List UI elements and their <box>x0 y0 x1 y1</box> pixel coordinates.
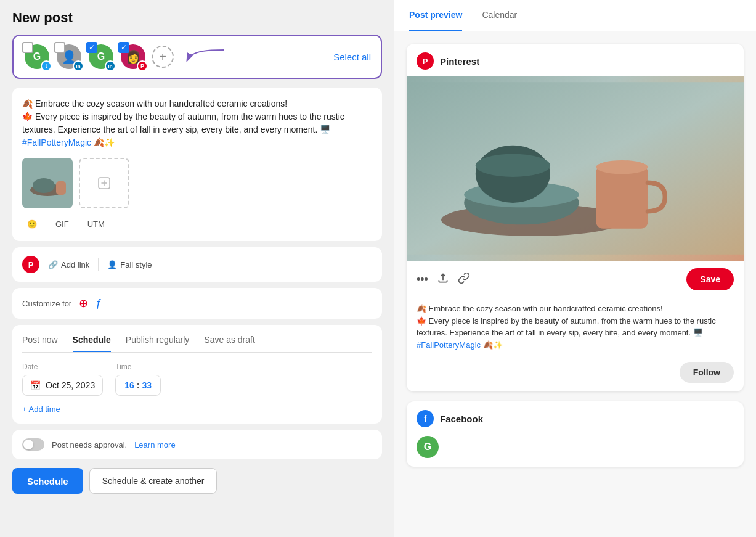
date-label: Date <box>22 363 103 371</box>
pinterest-preview-card: P Pinterest <box>407 44 744 391</box>
pinterest-preview-text: 🍂 Embrace the cozy season with our handc… <box>407 298 744 359</box>
customize-row: Customize for ⊕ ƒ <box>12 288 382 319</box>
checkbox-3[interactable]: ✓ <box>86 42 97 53</box>
add-time-button[interactable]: + Add time <box>22 404 372 414</box>
time-label: Time <box>115 363 161 371</box>
linkedin-badge-2: in <box>73 60 84 72</box>
customize-facebook-icon[interactable]: ƒ <box>96 297 102 310</box>
left-panel: New post G 𝕋 👤 in G ✓ in 👩 ✓ P + <box>0 0 394 537</box>
post-content-area: 🍂 Embrace the cozy season with our handc… <box>12 88 382 241</box>
pinterest-platform-name: Pinterest <box>440 56 479 67</box>
facebook-platform-name: Facebook <box>440 414 483 424</box>
more-options-icon[interactable]: ••• <box>417 273 428 286</box>
date-input[interactable]: 📅 Oct 25, 2023 <box>22 375 103 396</box>
checkbox-1[interactable] <box>22 42 33 53</box>
twitter-badge-1: 𝕋 <box>41 60 52 72</box>
time-input[interactable]: 16 : 33 <box>115 375 161 396</box>
hours-value: 16 <box>124 380 134 390</box>
select-all-button[interactable]: Select all <box>333 52 371 62</box>
schedule-button[interactable]: Schedule <box>12 468 83 494</box>
pinterest-follow-row: Follow <box>407 359 744 391</box>
facebook-preview-card: f Facebook G <box>407 401 744 467</box>
customize-pinterest-icon[interactable]: ⊕ <box>79 297 88 310</box>
pinterest-badge-4: P <box>137 60 148 72</box>
utm-button[interactable]: UTM <box>83 217 110 231</box>
tab-calendar[interactable]: Calendar <box>482 0 517 31</box>
emoji-button[interactable]: 🙂 <box>22 217 42 231</box>
learn-more-link[interactable]: Learn more <box>134 440 175 449</box>
tab-save-as-draft[interactable]: Save as draft <box>204 335 255 352</box>
gif-button[interactable]: GIF <box>51 217 74 231</box>
platform-options: P 🔗 Add link 👤 Fall style <box>12 247 382 282</box>
tab-publish-regularly[interactable]: Publish regularly <box>126 335 190 352</box>
account-3[interactable]: G ✓ in <box>87 43 115 70</box>
account-1[interactable]: G 𝕋 <box>23 43 51 70</box>
checkbox-4[interactable]: ✓ <box>118 42 129 53</box>
add-link-button[interactable]: 🔗 Add link <box>48 260 89 269</box>
fall-style-button[interactable]: 👤 Fall style <box>107 260 152 269</box>
bottom-buttons: Schedule Schedule & create another <box>12 468 382 494</box>
hashtag: #FallPotteryMagic <box>22 137 91 147</box>
pinterest-hashtag: #FallPotteryMagic 🍂✨ <box>417 340 503 350</box>
tab-post-now[interactable]: Post now <box>22 335 58 352</box>
linkedin-badge-3: in <box>105 60 116 72</box>
add-account-button[interactable]: + <box>152 46 174 68</box>
approval-text: Post needs approval. <box>52 440 127 449</box>
preview-area: P Pinterest <box>394 31 756 537</box>
facebook-user-row: G <box>407 436 744 467</box>
approval-toggle[interactable] <box>22 438 44 451</box>
preview-tabs-header: Post preview Calendar <box>394 0 756 31</box>
post-actions: 🙂 GIF UTM <box>22 217 372 231</box>
share-icon[interactable] <box>437 272 449 287</box>
toggle-knob <box>23 440 33 449</box>
pinterest-preview-icon: P <box>417 52 434 70</box>
date-field: Date 📅 Oct 25, 2023 <box>22 363 103 396</box>
image-thumbnail-1[interactable] <box>22 158 73 208</box>
approval-row: Post needs approval. Learn more <box>12 430 382 459</box>
account-2[interactable]: 👤 in <box>55 43 83 70</box>
pinterest-save-button[interactable]: Save <box>686 268 734 290</box>
account-4[interactable]: 👩 ✓ P <box>120 43 147 70</box>
follow-button[interactable]: Follow <box>680 362 734 383</box>
facebook-platform-icon: f <box>417 410 434 427</box>
schedule-tabs: Post now Schedule Publish regularly Save… <box>22 335 372 353</box>
svg-rect-3 <box>56 181 66 195</box>
time-field: Time 16 : 33 <box>115 363 161 396</box>
post-text: 🍂 Embrace the cozy season with our handc… <box>22 97 372 149</box>
add-image-button[interactable] <box>79 158 129 208</box>
schedule-another-button[interactable]: Schedule & create another <box>89 468 217 494</box>
svg-point-10 <box>476 154 550 177</box>
calendar-icon: 📅 <box>30 380 41 390</box>
tab-schedule[interactable]: Schedule <box>73 335 111 352</box>
link-icon: 🔗 <box>48 260 58 269</box>
svg-point-2 <box>33 178 55 193</box>
date-value: Oct 25, 2023 <box>46 380 95 390</box>
images-row <box>22 158 372 208</box>
account-selector: G 𝕋 👤 in G ✓ in 👩 ✓ P + <box>12 35 382 79</box>
svg-point-12 <box>596 160 648 174</box>
date-time-row: Date 📅 Oct 25, 2023 Time 16 : 33 <box>22 363 372 396</box>
emoji-icon: 🙂 <box>27 219 37 229</box>
pinterest-preview-actions: ••• Save <box>407 261 744 298</box>
link-icon[interactable] <box>458 272 470 287</box>
right-panel: Post preview Calendar P Pinterest <box>394 0 756 537</box>
facebook-card-header: f Facebook <box>407 401 744 436</box>
checkbox-2[interactable] <box>54 42 65 53</box>
arrow-indicator <box>181 46 230 67</box>
pinterest-platform-icon: P <box>22 256 39 273</box>
tab-post-preview[interactable]: Post preview <box>409 0 462 31</box>
style-icon: 👤 <box>107 260 117 269</box>
pinterest-card-header: P Pinterest <box>407 44 744 76</box>
minutes-value: 33 <box>142 380 152 390</box>
facebook-avatar: G <box>417 436 439 458</box>
pinterest-preview-image <box>407 76 744 261</box>
schedule-area: Post now Schedule Publish regularly Save… <box>12 325 382 424</box>
svg-rect-11 <box>596 165 648 229</box>
page-title: New post <box>12 10 382 26</box>
divider <box>98 258 99 271</box>
